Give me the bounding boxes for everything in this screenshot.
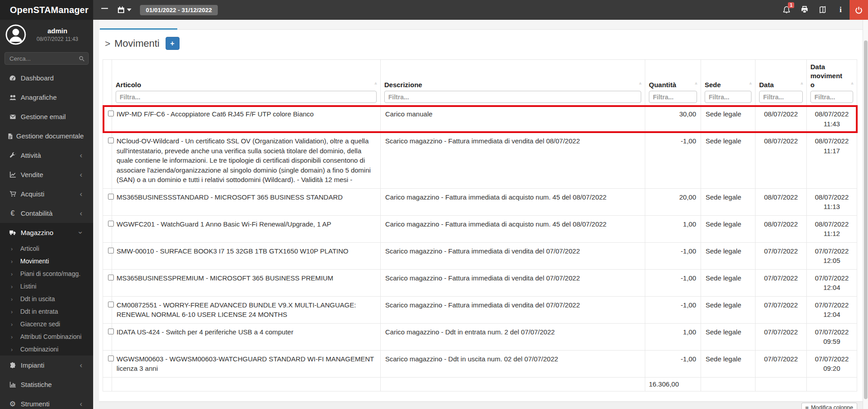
sidebar-item-impianti[interactable]: Impianti <box>0 356 93 375</box>
table-row[interactable]: SMW-00010 - SURFACE BOOK3 I7 15 32GB 1TB… <box>103 242 857 269</box>
sort-icon[interactable] <box>748 80 753 85</box>
sidebar-item-acquisti[interactable]: Acquisti <box>0 184 93 204</box>
chevron-left-icon <box>80 361 82 369</box>
scrollbar-thumb[interactable] <box>864 40 868 399</box>
hamburger-menu-icon[interactable] <box>100 0 109 20</box>
row-checkbox[interactable] <box>108 302 114 307</box>
table-row[interactable]: IDATA US-424 - Switch per 4 periferiche … <box>103 323 857 350</box>
columns-list-icon <box>805 405 809 409</box>
chevron-right-icon <box>11 245 20 252</box>
filter-input-descrizione[interactable] <box>384 91 641 103</box>
chevron-left-icon <box>80 151 82 159</box>
sidebar-item-statistiche[interactable]: Statistiche <box>0 375 93 394</box>
tab-strip <box>99 20 868 30</box>
info-icon[interactable]: i <box>832 0 850 20</box>
row-checkbox[interactable] <box>108 111 114 116</box>
sort-icon[interactable] <box>800 80 804 85</box>
column-header-sede[interactable]: Sede <box>701 60 756 106</box>
chevron-left-icon <box>80 209 82 217</box>
users-icon <box>7 94 18 101</box>
sidebar-item-attivita[interactable]: Attività <box>0 146 93 165</box>
row-checkbox[interactable] <box>108 356 114 361</box>
top-navbar: OpenSTAManager 01/01/2022 - 31/12/2022 1 <box>0 0 868 20</box>
sidebar-item-contabilita[interactable]: € Contabilità <box>0 204 93 223</box>
filter-input-articolo[interactable] <box>116 91 377 103</box>
breadcrumb-caret: > <box>105 38 110 49</box>
user-panel: admin 08/07/2022 11:43 <box>0 20 93 48</box>
date-range-chip[interactable]: 01/01/2022 - 31/12/2022 <box>140 5 218 15</box>
table-row[interactable]: WGWSM00603 - WGWSM00603-WATCHGUARD STAND… <box>103 350 857 377</box>
row-checkbox[interactable] <box>108 221 114 227</box>
logout-power-icon[interactable] <box>850 0 868 20</box>
sidebar-item-combinazioni[interactable]: Combinazioni <box>0 343 93 356</box>
quantity-total: 16.306,00 <box>645 377 701 391</box>
calendar-dropdown[interactable] <box>117 6 131 13</box>
sidebar-item-magazzino[interactable]: Magazzino <box>0 223 93 242</box>
envelope-icon <box>7 114 18 120</box>
row-checkbox[interactable] <box>108 329 114 334</box>
sort-icon[interactable] <box>373 80 378 85</box>
sidebar-item-giacenze-sedi[interactable]: Giacenze sedi <box>0 318 93 330</box>
sidebar-item-vendite[interactable]: Vendite <box>0 165 93 184</box>
notifications-bell-icon[interactable]: 1 <box>778 0 796 20</box>
chevron-down-icon <box>127 9 131 11</box>
column-header-articolo[interactable]: Articolo <box>112 60 381 106</box>
cart-icon <box>7 191 18 197</box>
search-icon[interactable] <box>79 56 85 62</box>
column-header-data-movimento[interactable]: Data movimento <box>807 60 857 106</box>
chevron-right-icon <box>11 296 20 302</box>
bar-chart-icon <box>7 381 18 388</box>
sidebar-item-gestione-email[interactable]: Gestione email <box>0 107 93 126</box>
filter-input-data[interactable] <box>759 91 803 103</box>
sidebar-item-listini[interactable]: Listini <box>0 280 93 293</box>
vertical-scrollbar[interactable] <box>863 20 868 409</box>
table-row[interactable]: CM00872551 - WORRY-FREE ADVANCED BUNDLE … <box>103 296 857 323</box>
filter-input-sede[interactable] <box>705 91 751 103</box>
sort-icon[interactable] <box>850 80 855 85</box>
sidebar-item-gestione-documentale[interactable]: Gestione documentale <box>0 126 93 146</box>
sidebar-item-ddt-in-entrata[interactable]: Ddt in entrata <box>0 305 93 318</box>
sidebar-item-anagrafiche[interactable]: Anagrafiche <box>0 88 93 107</box>
filter-input-quantita[interactable] <box>649 91 697 103</box>
bottom-bar: Modifica colonne <box>99 401 868 409</box>
print-icon[interactable] <box>796 0 814 20</box>
select-all-header <box>103 60 112 106</box>
table-row[interactable]: NCloud-OV-Wildcard - Un certificato SSL … <box>103 133 857 189</box>
column-header-descrizione[interactable]: Descrizione <box>381 60 645 106</box>
sidebar-item-attributi-combinazioni[interactable]: Attributi Combinazioni <box>0 330 93 343</box>
sidebar-item-piani-di-sconto[interactable]: Piani di sconto/magg. <box>0 267 93 280</box>
row-checkbox[interactable] <box>108 194 114 200</box>
table-row[interactable]: MS365BUSINESSSTANDARD - MICROSOFT 365 BU… <box>103 188 857 215</box>
column-header-quantita[interactable]: Quantità <box>645 60 701 106</box>
chevron-right-icon <box>11 271 20 277</box>
avatar[interactable] <box>5 24 26 45</box>
search-input[interactable] <box>4 52 89 65</box>
notification-count-badge: 1 <box>788 2 794 8</box>
sidebar-item-ddt-in-uscita[interactable]: Ddt in uscita <box>0 293 93 305</box>
document-icon <box>7 133 13 140</box>
app-logo[interactable]: OpenSTAManager <box>0 0 93 20</box>
docs-book-icon[interactable] <box>814 0 832 20</box>
chevron-right-icon <box>11 308 20 315</box>
sidebar-item-movimenti[interactable]: Movimenti <box>0 255 93 267</box>
sidebar-item-dashboard[interactable]: Dashboard <box>0 68 93 88</box>
table-row[interactable]: MS365BUSINESSPREMIUM - MICROSOFT 365 BUS… <box>103 269 857 296</box>
sidebar-item-strumenti[interactable]: Strumenti <box>0 394 93 409</box>
column-header-data[interactable]: Data <box>756 60 807 106</box>
sort-icon[interactable] <box>638 80 643 85</box>
chevron-left-icon <box>80 400 82 408</box>
sidebar-group-magazzino: Magazzino Articoli Movimenti Piani di sc… <box>0 223 93 356</box>
edit-columns-button[interactable]: Modifica colonne <box>801 403 857 409</box>
row-checkbox[interactable] <box>108 248 114 253</box>
filter-input-data-movimento[interactable] <box>810 91 853 103</box>
add-record-button[interactable]: + <box>166 37 180 50</box>
chevron-left-icon <box>80 171 82 178</box>
chevron-right-icon <box>11 321 20 328</box>
row-checkbox[interactable] <box>108 275 114 280</box>
page-title: Movimenti <box>114 38 159 49</box>
row-checkbox[interactable] <box>108 138 114 143</box>
table-row[interactable]: WGWFC201 - WatchGuard 1 Anno Basic Wi-Fi… <box>103 215 857 242</box>
sidebar-item-articoli[interactable]: Articoli <box>0 242 93 255</box>
sort-icon[interactable] <box>694 80 698 85</box>
table-row[interactable]: IWP-MD F/F-C6 - Accoppiatore Cat6 RJ45 F… <box>103 106 857 133</box>
